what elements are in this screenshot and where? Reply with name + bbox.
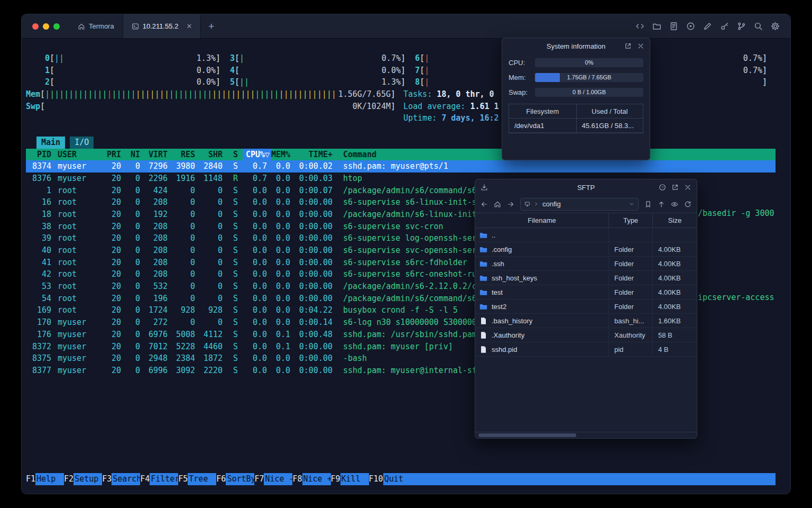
bookmark-icon[interactable] <box>644 201 652 208</box>
fkey-f7[interactable]: F7 <box>254 473 264 485</box>
swap-usage-text: 0K/1024M <box>353 101 391 113</box>
file-row[interactable]: test2Folder4.00KB <box>475 300 697 314</box>
cpu-usage-value: 0% <box>585 59 594 66</box>
fkey-label-f3[interactable]: Search <box>112 473 140 485</box>
back-icon[interactable] <box>481 201 488 208</box>
mem-label: Mem: <box>509 74 531 81</box>
file-row[interactable]: testFolder4.00KB <box>475 285 697 300</box>
scrollbar-thumb[interactable] <box>478 433 576 437</box>
refresh-icon[interactable] <box>684 201 691 208</box>
branch-icon[interactable] <box>737 22 746 31</box>
code-icon[interactable] <box>635 22 644 31</box>
close-tab-icon[interactable]: ✕ <box>186 22 192 30</box>
tab-label: 10.211.55.2 <box>143 22 179 30</box>
zoom-window-button[interactable] <box>53 23 60 30</box>
record-icon[interactable] <box>686 22 695 31</box>
file-row[interactable]: .sshFolder4.00KB <box>475 257 697 271</box>
htop-tab-main[interactable]: Main <box>36 137 65 149</box>
fkey-label-f8[interactable]: Nice + <box>302 473 331 485</box>
folder-icon[interactable] <box>652 22 661 31</box>
filename-column[interactable]: Filename <box>475 216 608 224</box>
transfers-icon[interactable] <box>481 184 488 191</box>
column-header-pri[interactable]: PRI <box>106 149 125 161</box>
forward-icon[interactable] <box>507 201 514 208</box>
fkey-label-f4[interactable]: Filter <box>150 473 178 485</box>
file-row[interactable]: .. <box>475 228 697 242</box>
size-column[interactable]: Size <box>652 213 697 228</box>
chevron-down-icon[interactable] <box>629 201 634 207</box>
open-in-window-icon[interactable] <box>671 184 679 191</box>
key-icon[interactable] <box>720 22 729 31</box>
htop-tab-io[interactable]: I/O <box>70 137 94 149</box>
file-size: 4.00KB <box>652 300 697 313</box>
column-header-user[interactable]: USER <box>56 149 106 161</box>
horizontal-scrollbar[interactable] <box>475 432 697 438</box>
minimize-window-button[interactable] <box>43 23 49 30</box>
search-icon[interactable] <box>754 22 763 31</box>
column-header-shr[interactable]: SHR <box>199 149 227 161</box>
tasks-value: 18, 0 thr, 0 <box>437 89 499 99</box>
fkey-f2[interactable]: F2 <box>64 473 73 485</box>
process-table-header[interactable]: PIDUSERPRINIVIRTRESSHRSCPU%▽MEM%TIME+Com… <box>26 149 776 161</box>
column-header-mem[interactable]: MEM% <box>271 149 294 161</box>
file-name: .. <box>492 231 495 239</box>
fkey-label-f9[interactable]: Kill <box>340 473 369 485</box>
new-tab-button[interactable]: + <box>201 14 222 38</box>
settings-icon[interactable] <box>771 22 780 31</box>
column-header-s[interactable]: S <box>227 149 243 161</box>
file-table-header[interactable]: Filename Type Size <box>475 213 697 228</box>
file-size: 4.00KB <box>652 285 697 299</box>
type-column[interactable]: Type <box>608 213 652 228</box>
file-row[interactable]: .bash_historybash_hi...1.60KB <box>475 314 697 328</box>
file-type: Xauthority <box>608 328 652 342</box>
file-row[interactable]: .configFolder4.00KB <box>475 242 697 257</box>
home-icon[interactable] <box>494 201 501 208</box>
fkey-f10[interactable]: F10 <box>369 473 383 485</box>
file-row[interactable]: ssh_host_keysFolder4.00KB <box>475 271 697 285</box>
document-icon[interactable] <box>669 22 678 31</box>
column-header-res[interactable]: RES <box>172 149 199 161</box>
column-header-cpu[interactable]: CPU%▽ <box>243 149 271 161</box>
close-window-button[interactable] <box>32 23 39 30</box>
process-row[interactable]: 8374myuser200729639802840S0.70.00:00.02s… <box>26 160 776 173</box>
folder-icon <box>479 303 487 311</box>
titlebar-actions <box>635 14 790 38</box>
file-row[interactable]: .XauthorityXauthority58 B <box>475 328 697 342</box>
fkey-f9[interactable]: F9 <box>331 473 340 485</box>
filesystem-column: Filesystem <box>509 107 576 115</box>
fkey-f8[interactable]: F8 <box>292 473 302 485</box>
column-header-time[interactable]: TIME+ <box>294 149 337 161</box>
svg-text:?: ? <box>661 185 663 190</box>
open-in-window-icon[interactable] <box>624 42 632 50</box>
tab-ssh-session[interactable]: 10.211.55.2 ✕ <box>123 14 201 38</box>
edit-icon[interactable] <box>703 22 712 31</box>
tab-termora-home[interactable]: Termora <box>69 14 123 38</box>
file-row[interactable]: sshd.pidpid4 B <box>475 342 697 357</box>
close-icon[interactable] <box>637 42 644 50</box>
fkey-f3[interactable]: F3 <box>102 473 112 485</box>
file-size: 4.00KB <box>652 257 697 270</box>
fkey-label-f2[interactable]: Setup <box>73 473 102 485</box>
column-header-virt[interactable]: VIRT <box>144 149 172 161</box>
file-type: Folder <box>608 300 652 313</box>
mem-meter-label: Mem <box>26 88 40 101</box>
close-icon[interactable] <box>684 184 691 191</box>
fkey-f1[interactable]: F1 <box>26 473 35 485</box>
fkey-f4[interactable]: F4 <box>140 473 150 485</box>
show-hidden-icon[interactable] <box>671 201 678 208</box>
mem-usage-row: Mem: 1.75GB / 7.65GB <box>509 70 643 85</box>
fkey-label-f6[interactable]: SortBy <box>226 473 254 485</box>
fkey-f6[interactable]: F6 <box>216 473 226 485</box>
fkey-label-f7[interactable]: Nice - <box>264 473 292 485</box>
fkey-f5[interactable]: F5 <box>178 473 188 485</box>
fkey-label-f5[interactable]: Tree <box>188 473 216 485</box>
column-header-pid[interactable]: PID <box>26 149 56 161</box>
fkey-label-f1[interactable]: Help <box>35 473 64 485</box>
parent-directory-icon[interactable] <box>658 201 665 208</box>
help-icon[interactable]: ? <box>659 184 666 191</box>
column-header-ni[interactable]: NI <box>125 149 144 161</box>
path-breadcrumb[interactable]: config <box>520 198 639 211</box>
cpu-meter: 2[0.0%] <box>45 76 220 88</box>
filesystem-row[interactable]: /dev/vda145.61GB / 58.3... <box>509 119 643 133</box>
fkey-label-f10[interactable]: Quit <box>383 473 412 485</box>
